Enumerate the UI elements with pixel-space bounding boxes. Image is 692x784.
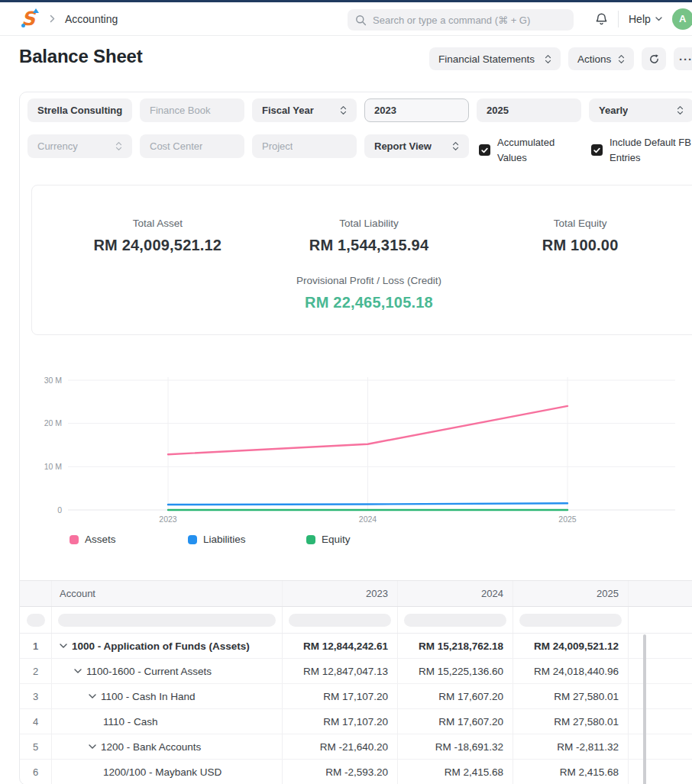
- filter-input-2024[interactable]: [404, 614, 506, 627]
- account-filter-input[interactable]: [58, 614, 276, 627]
- select-caret-icon: [115, 141, 122, 151]
- svg-text:30 M: 30 M: [44, 376, 62, 385]
- user-avatar[interactable]: A: [672, 8, 692, 30]
- legend-item-liabilities[interactable]: Liabilities: [188, 534, 306, 545]
- table-filter-row: [20, 607, 692, 634]
- svg-text:2025: 2025: [558, 515, 577, 524]
- legend-label: Equity: [322, 534, 351, 545]
- amount-cell: RM 24,009,521.12: [513, 634, 629, 658]
- periodicity-filter[interactable]: Yearly: [589, 98, 692, 122]
- summary-card: Total Asset RM 24,009,521.12 Total Liabi…: [31, 185, 692, 335]
- account-name: 1200/100 - Maybank USD: [103, 766, 222, 778]
- help-menu[interactable]: Help: [629, 13, 662, 25]
- actions-dropdown[interactable]: Actions: [568, 47, 634, 70]
- legend-item-assets[interactable]: Assets: [70, 534, 188, 545]
- header-cell-2024[interactable]: 2024: [398, 581, 513, 606]
- filter-input-2025[interactable]: [519, 614, 622, 627]
- index-filter-input[interactable]: [27, 614, 45, 627]
- report-view-filter[interactable]: Report View: [364, 134, 469, 158]
- accumulated-values-label: Accumulated Values: [497, 135, 581, 165]
- table-header-row: Account 2023 2024 2025: [20, 581, 692, 607]
- checkbox-checked-icon: [479, 144, 490, 156]
- fiscal-year-filter[interactable]: Fiscal Year: [252, 98, 357, 122]
- app-logo[interactable]: S: [21, 8, 40, 30]
- amount-cell: RM 12,847,047.13: [283, 659, 398, 683]
- more-menu-button[interactable]: ···: [674, 47, 692, 70]
- select-caret-icon: [618, 54, 625, 64]
- search-placeholder: Search or type a command (⌘ + G): [373, 15, 530, 26]
- account-name: 1100-1600 - Current Assets: [86, 666, 212, 677]
- table-row[interactable]: 11000 - Application of Funds (Assets)RM …: [20, 634, 692, 659]
- amount-cell: RM 17,607.20: [398, 709, 513, 734]
- notifications-bell-icon[interactable]: [595, 12, 608, 26]
- svg-text:0: 0: [57, 505, 62, 515]
- page-head: Balance Sheet Financial Statements Actio…: [0, 36, 692, 80]
- row-number: 2: [20, 659, 52, 683]
- select-caret-icon: [677, 105, 684, 115]
- table-row[interactable]: 31100 - Cash In HandRM 17,107.20RM 17,60…: [20, 684, 692, 709]
- row-expand-icon[interactable]: [89, 744, 96, 749]
- actions-label: Actions: [577, 53, 611, 65]
- amount-cell: RM 2,415.68: [398, 760, 513, 784]
- row-expand-icon[interactable]: [74, 669, 82, 673]
- total-equity-label: Total Equity: [474, 218, 686, 229]
- report-table: Account 2023 2024 2025 11000 - Applicati…: [20, 580, 692, 784]
- legend-label: Liabilities: [203, 534, 246, 545]
- select-caret-icon: [545, 54, 551, 64]
- end-year-input[interactable]: 2025: [477, 98, 581, 122]
- svg-text:20 M: 20 M: [44, 418, 62, 427]
- legend-item-equity[interactable]: Equity: [306, 534, 425, 545]
- account-cell[interactable]: 1100-1600 - Current Assets: [52, 659, 283, 683]
- header-cell-2025[interactable]: 2025: [513, 581, 629, 606]
- account-name: 1110 - Cash: [103, 716, 158, 728]
- account-cell[interactable]: 1100 - Cash In Hand: [52, 684, 283, 708]
- header-cell-2023[interactable]: 2023: [283, 581, 398, 606]
- account-cell[interactable]: 1000 - Application of Funds (Assets): [52, 634, 283, 658]
- amount-cell: RM 2,415.68: [513, 760, 629, 784]
- total-liability-card: Total Liability RM 1,544,315.94: [264, 218, 475, 254]
- currency-filter[interactable]: Currency: [27, 134, 132, 158]
- row-number: 4: [20, 709, 52, 734]
- table-row[interactable]: 51200 - Bank AccountsRM -21,640.20RM -18…: [20, 734, 692, 760]
- select-caret-icon: [340, 105, 347, 115]
- cost-center-filter[interactable]: Cost Center: [140, 134, 244, 158]
- amount-cell: RM 15,218,762.18: [398, 634, 513, 658]
- amount-cell: RM 17,607.20: [398, 684, 513, 708]
- table-row[interactable]: 21100-1600 - Current AssetsRM 12,847,047…: [20, 659, 692, 684]
- row-number: 5: [20, 734, 52, 759]
- account-cell[interactable]: 1200 - Bank Accounts: [52, 734, 283, 759]
- amount-cell: RM 27,580.01: [513, 709, 629, 734]
- search-icon: [355, 15, 367, 26]
- header-cell-account[interactable]: Account: [52, 581, 283, 606]
- svg-text:2024: 2024: [359, 515, 377, 524]
- logo-triangle-icon: [33, 8, 39, 13]
- account-cell[interactable]: 1200/100 - Maybank USD: [52, 760, 283, 784]
- start-year-input[interactable]: 2023: [364, 98, 469, 122]
- total-asset-card: Total Asset RM 24,009,521.12: [52, 218, 264, 254]
- table-row[interactable]: 41110 - CashRM 17,107.20RM 17,607.20RM 2…: [20, 709, 692, 734]
- accumulated-values-checkbox[interactable]: Accumulated Values: [477, 134, 581, 165]
- row-number: 6: [20, 760, 52, 784]
- table-scrollbar[interactable]: [643, 634, 646, 784]
- financial-statements-dropdown[interactable]: Financial Statements: [429, 47, 561, 70]
- svg-text:2023: 2023: [159, 515, 177, 524]
- account-name: 1200 - Bank Accounts: [101, 741, 201, 753]
- project-filter[interactable]: Project: [252, 134, 357, 158]
- account-cell[interactable]: 1110 - Cash: [52, 709, 283, 734]
- page-title: Balance Sheet: [19, 46, 142, 67]
- filter-input-2023[interactable]: [289, 614, 391, 627]
- include-default-fb-entries-checkbox[interactable]: Include Default FB Entries: [589, 134, 692, 165]
- search-input[interactable]: Search or type a command (⌘ + G): [348, 9, 574, 31]
- table-row[interactable]: 61200/100 - Maybank USDRM -2,593.20RM 2,…: [20, 760, 692, 784]
- header-cell-index[interactable]: [20, 581, 52, 606]
- total-equity-card: Total Equity RM 100.00: [474, 218, 686, 254]
- refresh-button[interactable]: [642, 47, 666, 70]
- amount-cell: RM -21,640.20: [283, 734, 398, 759]
- total-equity-value: RM 100.00: [474, 237, 686, 254]
- row-expand-icon[interactable]: [60, 644, 67, 648]
- breadcrumb[interactable]: Accounting: [65, 13, 118, 25]
- row-expand-icon[interactable]: [89, 694, 96, 699]
- finance-book-filter[interactable]: Finance Book: [140, 98, 244, 122]
- account-name: 1100 - Cash In Hand: [101, 691, 196, 702]
- company-filter[interactable]: Strella Consulting: [27, 98, 132, 122]
